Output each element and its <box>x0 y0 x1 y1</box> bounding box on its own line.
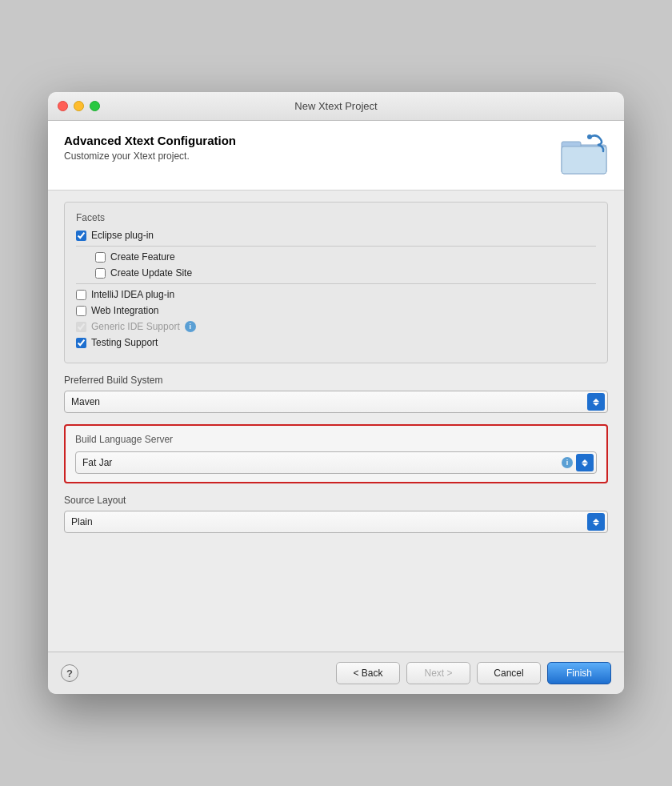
create-update-site-row: Create Update Site <box>76 267 596 279</box>
create-feature-label: Create Feature <box>110 251 175 263</box>
separator <box>76 246 596 247</box>
maximize-button[interactable] <box>90 101 100 111</box>
eclipse-plugin-label: Eclipse plug-in <box>91 230 154 241</box>
web-integration-row: Web Integration <box>76 305 596 316</box>
facets-section: Facets Eclipse plug-in Create Feature Cr… <box>64 202 608 363</box>
preferred-build-select-wrapper: Maven Gradle None <box>64 391 608 413</box>
eclipse-plugin-checkbox[interactable] <box>76 231 86 241</box>
generic-ide-label: Generic IDE Support <box>91 321 180 332</box>
source-layout-select[interactable]: Plain Maven <box>64 511 608 533</box>
source-layout-select-wrapper: Plain Maven <box>64 511 608 533</box>
traffic-lights <box>58 101 100 111</box>
facets-label: Facets <box>76 212 596 223</box>
finish-button[interactable]: Finish <box>547 662 611 684</box>
header-text: Advanced Xtext Configuration Customize y… <box>64 134 236 162</box>
generic-ide-checkbox[interactable] <box>76 322 86 332</box>
create-feature-checkbox[interactable] <box>95 252 106 263</box>
folder-icon <box>560 134 608 177</box>
intellij-row: IntelliJ IDEA plug-in <box>76 289 596 300</box>
testing-support-row: Testing Support <box>76 337 596 348</box>
source-layout-group: Source Layout Plain Maven <box>64 495 608 533</box>
testing-support-label: Testing Support <box>91 337 158 348</box>
web-integration-checkbox[interactable] <box>76 306 86 316</box>
next-button[interactable]: Next > <box>406 662 470 684</box>
intellij-label: IntelliJ IDEA plug-in <box>91 289 174 300</box>
bottom-buttons: < Back Next > Cancel Finish <box>336 662 611 684</box>
create-update-site-checkbox[interactable] <box>95 268 106 279</box>
preferred-build-select[interactable]: Maven Gradle None <box>64 391 608 413</box>
back-button[interactable]: < Back <box>336 662 400 684</box>
generic-ide-row: Generic IDE Support i <box>76 321 596 332</box>
header-area: Advanced Xtext Configuration Customize y… <box>48 121 624 190</box>
testing-support-checkbox[interactable] <box>76 338 86 348</box>
separator2 <box>76 283 596 284</box>
header-subtitle: Customize your Xtext project. <box>64 150 236 162</box>
svg-point-3 <box>587 134 592 139</box>
generic-ide-info-icon[interactable]: i <box>185 321 196 332</box>
build-language-server-label: Build Language Server <box>75 434 597 445</box>
svg-rect-2 <box>562 146 606 174</box>
main-window: New Xtext Project Advanced Xtext Configu… <box>48 92 624 694</box>
content-area: Facets Eclipse plug-in Create Feature Cr… <box>48 190 624 652</box>
build-language-server-section: Build Language Server Fat Jar Regular No… <box>64 424 608 483</box>
create-update-site-label: Create Update Site <box>110 267 192 279</box>
title-bar: New Xtext Project <box>48 92 624 121</box>
build-language-server-select-wrapper: Fat Jar Regular None i <box>75 451 597 474</box>
build-language-server-select[interactable]: Fat Jar Regular None <box>75 451 597 474</box>
build-language-server-info-icon[interactable]: i <box>562 457 573 468</box>
spacer-area <box>64 544 608 640</box>
minimize-button[interactable] <box>74 101 84 111</box>
bottom-bar: ? < Back Next > Cancel Finish <box>48 652 624 694</box>
close-button[interactable] <box>58 101 68 111</box>
bottom-left: ? <box>61 664 78 682</box>
window-title: New Xtext Project <box>294 100 377 112</box>
create-feature-row: Create Feature <box>76 251 596 263</box>
cancel-button[interactable]: Cancel <box>477 662 541 684</box>
preferred-build-label: Preferred Build System <box>64 375 608 386</box>
header-title: Advanced Xtext Configuration <box>64 134 236 147</box>
intellij-checkbox[interactable] <box>76 290 86 300</box>
source-layout-label: Source Layout <box>64 495 608 506</box>
web-integration-label: Web Integration <box>91 305 159 316</box>
help-button[interactable]: ? <box>61 664 78 682</box>
eclipse-plugin-row: Eclipse plug-in <box>76 230 596 241</box>
preferred-build-group: Preferred Build System Maven Gradle None <box>64 375 608 413</box>
